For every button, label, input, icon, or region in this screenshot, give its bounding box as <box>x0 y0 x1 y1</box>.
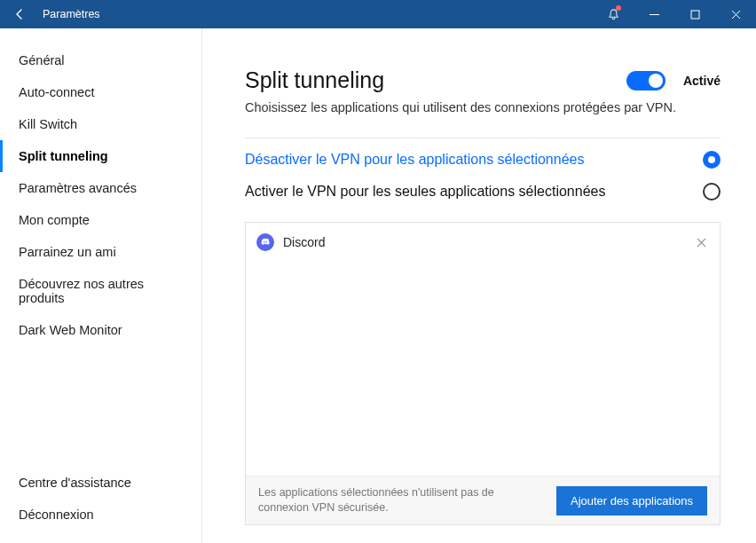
footer-note: Les applications sélectionnées n'utilise… <box>258 485 542 515</box>
toggle-state-label: Activé <box>683 74 721 88</box>
sidebar-item-advanced[interactable]: Paramètres avancés <box>0 172 201 204</box>
app-name: Discord <box>283 235 684 249</box>
sidebar-item-refer[interactable]: Parrainez un ami <box>0 236 201 268</box>
split-tunneling-toggle[interactable] <box>626 71 665 90</box>
main-content: Split tunneling Activé Choisissez les ap… <box>202 28 756 543</box>
sidebar-item-other-products[interactable]: Découvrez nos autres produits <box>0 268 201 314</box>
option-disable-vpn[interactable]: Désactiver le VPN pour les applications … <box>245 138 721 174</box>
sidebar-item-split-tunneling[interactable]: Split tunneling <box>0 140 201 172</box>
notification-dot-icon <box>616 5 621 11</box>
close-button[interactable] <box>715 0 756 28</box>
radio-unselected-icon <box>703 183 721 201</box>
app-panel-footer: Les applications sélectionnées n'utilise… <box>246 476 720 524</box>
app-item: Discord <box>256 232 709 253</box>
window-title: Paramètres <box>39 8 100 20</box>
back-button[interactable] <box>0 0 39 28</box>
sidebar-item-auto-connect[interactable]: Auto-connect <box>0 76 201 108</box>
option-label: Désactiver le VPN pour les applications … <box>245 152 703 168</box>
maximize-button[interactable] <box>674 0 715 28</box>
add-applications-button[interactable]: Ajouter des applications <box>556 486 707 515</box>
app-list: Discord <box>246 223 720 476</box>
option-label: Activer le VPN pour les seules applicati… <box>245 184 703 200</box>
app-panel: Discord Les applications sélectionnées n… <box>245 222 721 525</box>
minimize-button[interactable] <box>634 0 674 28</box>
sidebar-item-kill-switch[interactable]: Kill Switch <box>0 108 201 140</box>
sidebar-item-logout[interactable]: Déconnexion <box>0 499 201 531</box>
titlebar: Paramètres <box>0 0 756 28</box>
radio-selected-icon <box>703 151 721 169</box>
sidebar-item-account[interactable]: Mon compte <box>0 204 201 236</box>
option-enable-vpn-only[interactable]: Activer le VPN pour les seules applicati… <box>245 174 721 206</box>
notifications-button[interactable] <box>593 0 634 28</box>
page-subtitle: Choisissez les applications qui utilisen… <box>245 100 721 114</box>
sidebar-item-general[interactable]: Général <box>0 44 201 76</box>
sidebar-item-help[interactable]: Centre d'assistance <box>0 467 201 499</box>
toggle-knob <box>649 74 663 88</box>
discord-icon <box>256 233 274 251</box>
sidebar-item-dark-web-monitor[interactable]: Dark Web Monitor <box>0 314 201 346</box>
svg-rect-0 <box>691 11 699 19</box>
remove-app-button[interactable] <box>693 234 709 250</box>
sidebar: Général Auto-connect Kill Switch Split t… <box>0 28 202 543</box>
page-title: Split tunneling <box>245 67 626 93</box>
